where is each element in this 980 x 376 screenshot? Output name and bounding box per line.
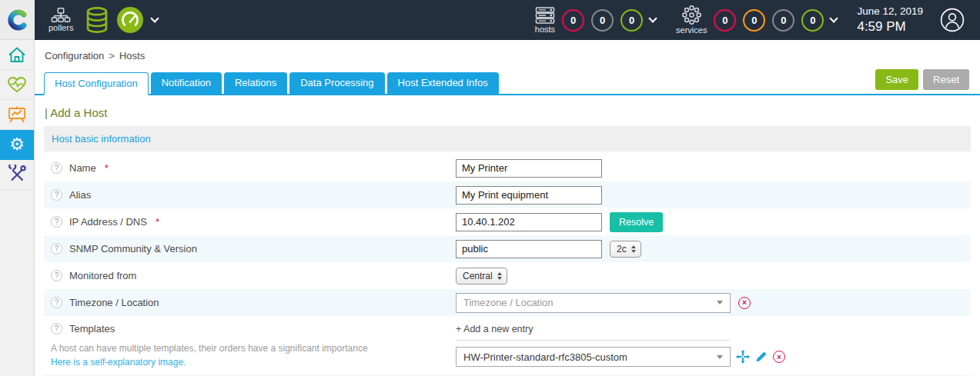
services-ok-counter[interactable]: 0 <box>801 9 824 32</box>
resolve-button[interactable]: Resolve <box>610 212 663 232</box>
form-row-name: ? Name * <box>44 155 971 181</box>
sidebar-item-configuration[interactable]: ⚙ <box>0 130 34 160</box>
template-delete-icon[interactable]: × <box>773 351 785 363</box>
tabs-bar: Host Configuration Notification Relation… <box>35 69 980 95</box>
services-critical-counter[interactable]: 0 <box>714 9 736 32</box>
sidebar-item-administration[interactable] <box>0 160 34 190</box>
sidebar-item-home[interactable] <box>0 40 34 70</box>
name-label: Name <box>69 162 96 174</box>
body: ⚙ Configuration > Hosts Host Config <box>0 40 980 376</box>
form-row-timezone: ? Timezone / Location Timezone / Locatio… <box>44 289 971 316</box>
hosts-status-group: hosts 0 0 0 <box>535 7 656 34</box>
required-marker: * <box>156 216 159 228</box>
poller-chevron-down-icon[interactable] <box>151 14 159 22</box>
timezone-label: Timezone / Location <box>69 297 159 308</box>
pollers-icon <box>51 8 71 22</box>
select-arrows-icon <box>497 272 502 280</box>
form-row-alias: ? Alias <box>44 181 971 208</box>
template-select[interactable]: HW-Printer-standard-rfc3805-custom <box>456 347 731 367</box>
save-button[interactable]: Save <box>875 69 918 90</box>
user-icon <box>940 8 965 32</box>
tab-relations[interactable]: Relations <box>224 72 287 94</box>
add-template-entry-link[interactable]: + Add a new entry <box>456 321 731 341</box>
monitored-from-label: Monitored from <box>69 270 136 281</box>
breadcrumb: Configuration > Hosts <box>45 50 980 62</box>
tab-host-configuration[interactable]: Host Configuration <box>44 72 149 95</box>
hosts-chevron-down-icon[interactable] <box>648 14 657 22</box>
alias-input[interactable] <box>456 186 602 205</box>
services-icon <box>682 5 701 25</box>
form-row-templates: ? Templates A host can have multiple tem… <box>44 316 971 374</box>
pollers-label: pollers <box>48 24 73 32</box>
pollers-menu[interactable]: pollers <box>48 8 73 32</box>
host-basic-information-header: Host basic information <box>44 126 971 151</box>
tabs: Host Configuration Notification Relation… <box>44 72 499 94</box>
sidebar-item-reporting[interactable] <box>0 100 34 130</box>
help-icon[interactable]: ? <box>51 189 62 201</box>
reset-button[interactable]: Reset <box>923 69 969 90</box>
help-icon[interactable]: ? <box>51 270 62 281</box>
gear-icon: ⚙ <box>9 136 25 153</box>
template-edit-icon[interactable] <box>755 351 768 363</box>
templates-helper-link[interactable]: Here is a self-explanatory image. <box>51 357 186 368</box>
snmp-version-select[interactable]: 2c <box>610 241 641 258</box>
services-chevron-down-icon[interactable] <box>830 14 838 22</box>
heartbeat-icon <box>6 75 28 94</box>
form-row-monitored-from: ? Monitored from Central <box>44 262 971 289</box>
breadcrumb-item-configuration[interactable]: Configuration <box>45 50 104 62</box>
services-status-group: services 0 0 0 0 <box>676 5 837 35</box>
current-time: 4:59 PM <box>857 18 923 35</box>
top-bar: pollers <box>0 0 980 40</box>
hosts-icon <box>535 7 555 24</box>
services-warning-counter[interactable]: 0 <box>743 9 765 32</box>
header-bar: pollers <box>35 0 980 40</box>
hosts-up-counter[interactable]: 0 <box>620 9 643 32</box>
page-title: | Add a Host <box>45 106 980 119</box>
centreon-app: pollers <box>0 0 980 376</box>
clock: June 12, 2019 4:59 PM <box>857 5 923 35</box>
chevron-down-icon <box>717 301 723 304</box>
select-arrows-icon <box>631 245 636 253</box>
main-content: Configuration > Hosts Host Configuration… <box>35 40 980 376</box>
services-unknown-counter[interactable]: 0 <box>772 9 794 32</box>
timezone-clear-icon[interactable]: × <box>738 297 751 309</box>
form-actions: Save Reset <box>875 69 969 90</box>
user-menu[interactable] <box>940 8 965 32</box>
form-row-ip: ? IP Address / DNS * Resolve <box>44 208 971 235</box>
tab-notification[interactable]: Notification <box>151 72 222 94</box>
hosts-menu[interactable]: hosts <box>535 7 555 34</box>
help-icon[interactable]: ? <box>51 216 62 228</box>
home-icon <box>7 45 27 64</box>
help-icon[interactable]: ? <box>51 162 62 174</box>
centreon-logo[interactable] <box>0 0 35 40</box>
ip-label: IP Address / DNS <box>69 216 147 228</box>
hosts-down-counter[interactable]: 0 <box>562 9 584 32</box>
template-move-icon[interactable] <box>736 350 750 364</box>
hosts-unreachable-counter[interactable]: 0 <box>591 9 614 32</box>
current-date: June 12, 2019 <box>857 5 923 18</box>
alias-label: Alias <box>69 189 91 201</box>
required-marker: * <box>105 162 109 174</box>
gauge-icon <box>116 6 144 34</box>
templates-label: Templates <box>69 323 115 334</box>
snmp-community-input[interactable] <box>456 240 602 258</box>
database-status-menu[interactable] <box>85 7 109 33</box>
tab-data-processing[interactable]: Data Processing <box>289 72 384 94</box>
monitored-from-select[interactable]: Central <box>456 268 507 284</box>
ip-input[interactable] <box>456 213 602 231</box>
name-input[interactable] <box>456 159 602 178</box>
sidebar-item-monitoring[interactable] <box>0 70 34 100</box>
breadcrumb-item-hosts[interactable]: Hosts <box>119 50 145 62</box>
services-menu[interactable]: services <box>676 5 707 35</box>
breadcrumb-separator: > <box>109 50 115 62</box>
help-icon[interactable]: ? <box>51 297 62 308</box>
gauge-status-menu[interactable] <box>116 6 144 34</box>
tab-host-extended-infos[interactable]: Host Extended Infos <box>387 72 499 94</box>
timezone-select[interactable]: Timezone / Location <box>456 293 731 313</box>
help-icon[interactable]: ? <box>51 243 62 255</box>
templates-helper-text: A host can have multiple templates, thei… <box>51 343 456 354</box>
help-icon[interactable]: ? <box>51 323 62 334</box>
centreon-c-icon <box>6 8 29 32</box>
tools-icon <box>7 165 27 185</box>
services-label: services <box>676 26 707 35</box>
